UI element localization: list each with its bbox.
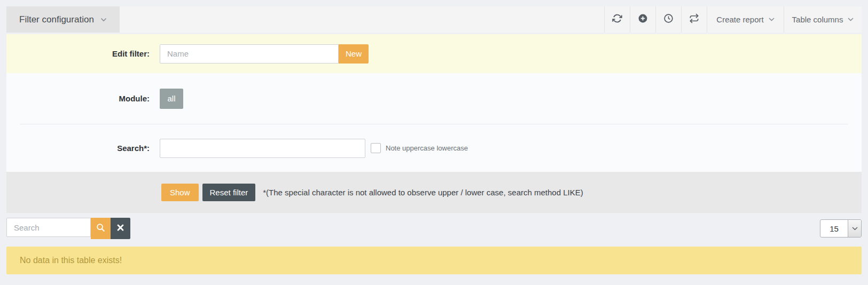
reset-filter-button[interactable]: Reset filter bbox=[202, 184, 256, 201]
show-button[interactable]: Show bbox=[161, 184, 199, 201]
edit-filter-label: Edit filter: bbox=[6, 49, 150, 58]
module-label: Module: bbox=[6, 94, 150, 103]
case-sensitive-label: Note uppercase lowercase bbox=[386, 144, 468, 152]
search-icon bbox=[96, 223, 105, 234]
create-report-dropdown[interactable]: Create report bbox=[707, 6, 784, 33]
module-all-button[interactable]: all bbox=[160, 89, 183, 109]
table-columns-label: Table columns bbox=[792, 15, 843, 24]
search-term-label: Search*: bbox=[6, 144, 150, 153]
page-size-select[interactable]: 15 bbox=[820, 219, 862, 238]
widget-header-bar: Filter configuration bbox=[6, 6, 862, 33]
page-size-value: 15 bbox=[820, 220, 848, 237]
filter-form-body: Module: all Search*: Note uppercase lowe… bbox=[6, 73, 862, 172]
edit-filter-row: Edit filter: New bbox=[6, 34, 862, 73]
module-row: Module: all bbox=[6, 73, 862, 124]
table-search-input[interactable] bbox=[6, 218, 91, 237]
refresh-button[interactable] bbox=[604, 6, 630, 33]
chevron-down-icon bbox=[100, 18, 107, 22]
new-filter-button[interactable]: New bbox=[339, 44, 369, 64]
filter-configuration-toggle[interactable]: Filter configuration bbox=[6, 6, 120, 33]
create-report-label: Create report bbox=[716, 15, 763, 24]
table-search-button[interactable] bbox=[91, 218, 111, 239]
filter-panel-footer: Show Reset filter *(The special characte… bbox=[6, 172, 862, 213]
search-method-note: *(The special character is not allowed t… bbox=[263, 188, 583, 197]
add-icon bbox=[638, 13, 648, 26]
header-spacer bbox=[120, 6, 604, 33]
search-term-input[interactable] bbox=[160, 139, 365, 158]
filter-configuration-panel: Edit filter: New Module: all Search*: No… bbox=[6, 34, 862, 213]
no-data-message: No data in this table exists! bbox=[20, 256, 122, 265]
table-toolbar: 15 bbox=[6, 218, 862, 239]
select-chevron-down-icon bbox=[848, 220, 861, 237]
table-columns-dropdown[interactable]: Table columns bbox=[784, 6, 862, 33]
repeat-button[interactable] bbox=[681, 6, 707, 33]
filter-name-input[interactable] bbox=[160, 44, 339, 64]
clear-search-button[interactable] bbox=[111, 218, 130, 239]
widget-title: Filter configuration bbox=[19, 14, 94, 25]
clear-icon bbox=[117, 224, 124, 233]
page: Filter configuration bbox=[0, 0, 868, 274]
add-button[interactable] bbox=[630, 6, 655, 33]
chevron-down-icon bbox=[769, 18, 775, 21]
refresh-icon bbox=[612, 13, 622, 26]
repeat-icon bbox=[689, 13, 699, 26]
history-button[interactable] bbox=[655, 6, 681, 33]
search-term-row: Search*: Note uppercase lowercase bbox=[6, 124, 862, 172]
no-data-banner: No data in this table exists! bbox=[6, 247, 862, 274]
table-search-group bbox=[6, 218, 130, 239]
case-sensitive-checkbox[interactable] bbox=[371, 143, 381, 153]
history-icon bbox=[663, 13, 674, 26]
chevron-down-icon bbox=[848, 18, 854, 21]
